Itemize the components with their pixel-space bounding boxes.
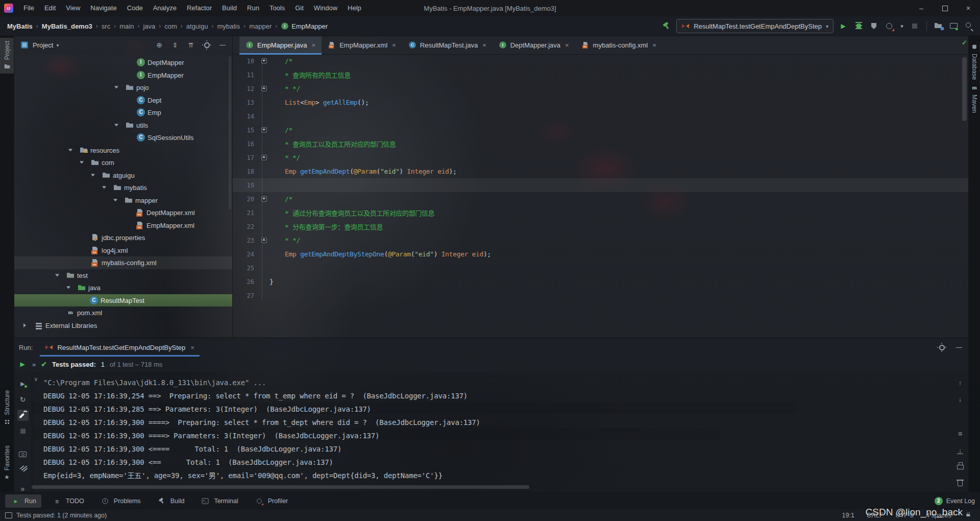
tab-resultmaptest.java[interactable]: ResultMapTest.java× [402, 36, 493, 54]
clear-console-icon[interactable] [954, 477, 966, 488]
tree-item-deptmapper.xml[interactable]: DeptMapper.xml [14, 206, 232, 219]
test-settings-icon[interactable] [17, 410, 29, 421]
scroll-to-end-icon[interactable] [954, 444, 966, 456]
fold-up-icon[interactable] [261, 86, 267, 91]
settings-icon[interactable] [201, 39, 212, 51]
breadcrumb-item[interactable]: mybatis [217, 22, 240, 30]
tree-item-external libraries[interactable]: External Libraries [14, 319, 232, 332]
tree-item-com[interactable]: com [14, 156, 232, 169]
breadcrumb-item[interactable]: EmpMapper [281, 22, 328, 30]
run-tab[interactable]: ResultMapTest.testGetEmpAndDeptByStep × [40, 338, 199, 357]
close-icon[interactable]: × [190, 344, 194, 351]
toolwindow-toggle-icon[interactable] [5, 512, 12, 518]
close-window-icon[interactable]: × [957, 0, 980, 16]
run-configuration-select[interactable]: ResultMapTest.testGetEmpAndDeptByStep ▾ [676, 19, 834, 33]
close-tab-icon[interactable]: × [652, 41, 656, 49]
toolwindow-button-problems[interactable]: Problems [94, 494, 146, 508]
breadcrumb-item[interactable]: main [119, 22, 134, 30]
menu-git[interactable]: Git [290, 0, 309, 16]
tree-item-jdbc.properties[interactable]: jdbc.properties [14, 231, 232, 244]
sidebar-item-maven[interactable]: Maven [969, 81, 980, 116]
breadcrumb-item[interactable]: MyBatis [7, 22, 33, 30]
menu-code[interactable]: Code [122, 0, 148, 16]
hide-icon[interactable] [217, 39, 228, 51]
tree-item-mapper[interactable]: mapper [14, 194, 232, 207]
expand-test-tree-icon[interactable]: » [32, 361, 36, 368]
breadcrumb-item[interactable]: java [143, 22, 155, 30]
search-everywhere-icon[interactable] [964, 20, 975, 32]
soft-wrap-icon[interactable] [954, 428, 966, 439]
chevron-down-icon[interactable] [102, 186, 106, 189]
toolwindow-button-profiler[interactable]: Profiler [249, 494, 293, 508]
console-output[interactable]: ∨ "C:\Program Files\Java\jdk1.8.0_131\bi… [32, 372, 969, 492]
breadcrumb-item[interactable]: mapper [249, 22, 272, 30]
chevron-down-icon[interactable] [114, 124, 118, 126]
menu-build[interactable]: Build [217, 0, 242, 16]
chevron-down-icon[interactable]: ▾ [56, 42, 59, 48]
tree-item-sqlsessionutils[interactable]: SqlSessionUtils [14, 131, 232, 144]
minimize-window-icon[interactable]: – [910, 0, 933, 16]
tree-item-mybatis[interactable]: mybatis [14, 181, 232, 194]
chevron-down-icon[interactable] [113, 199, 117, 201]
menu-window[interactable]: Window [309, 0, 342, 16]
tree-item-test[interactable]: test [14, 269, 232, 282]
close-tab-icon[interactable]: × [482, 41, 486, 49]
menu-edit[interactable]: Edit [39, 0, 61, 16]
close-tab-icon[interactable]: × [312, 41, 316, 49]
chevron-down-icon[interactable] [80, 161, 84, 164]
rerun-failed-tests-icon[interactable] [17, 378, 29, 389]
sidebar-item-structure[interactable]: Structure [0, 387, 14, 429]
collapse-all-icon[interactable] [185, 39, 197, 51]
profiler-button[interactable] [884, 20, 895, 32]
close-tab-icon[interactable]: × [565, 41, 569, 49]
tree-item-resultmaptest[interactable]: ResultMapTest [14, 294, 232, 307]
fold-console-icon[interactable]: ∨ [34, 376, 37, 383]
menu-view[interactable]: View [61, 0, 85, 16]
run-targets-icon[interactable] [948, 20, 960, 32]
tree-item-empmapper[interactable]: EmpMapper [14, 69, 232, 82]
sidebar-item-project[interactable]: Project [0, 38, 14, 74]
fold-up-icon[interactable] [261, 155, 267, 160]
build-hammer-icon[interactable] [661, 20, 672, 32]
toolwindow-button-todo[interactable]: TODO [46, 494, 89, 508]
toolwindow-button-terminal[interactable]: Terminal [194, 494, 243, 508]
caret-position[interactable]: 19:1 [842, 512, 854, 519]
breadcrumb-item[interactable]: MyBatis_demo3 [42, 22, 92, 30]
tree-item-pom.xml[interactable]: pom.xml [14, 306, 232, 319]
sidebar-item-database[interactable]: Database [969, 40, 980, 83]
toolwindow-button-run[interactable]: Run [5, 494, 41, 508]
expand-all-icon[interactable] [169, 39, 181, 51]
maximize-window-icon[interactable] [933, 0, 957, 16]
hide-panel-icon[interactable] [953, 342, 965, 353]
profiler-caret-icon[interactable] [899, 20, 905, 32]
chevron-down-icon[interactable] [66, 287, 70, 289]
tab-mybatis-config.xml[interactable]: mybatis-config.xml× [575, 36, 663, 54]
code-editor[interactable]: 10/*11* 查询所有的员工信息12* */13List<Emp> getAl… [232, 54, 969, 338]
inspections-ok-icon[interactable]: ✓ [962, 39, 967, 46]
menu-tools[interactable]: Tools [264, 0, 290, 16]
fold-down-icon[interactable] [261, 127, 267, 133]
tree-item-log4j.xml[interactable]: log4j.xml [14, 244, 232, 257]
chevron-right-icon[interactable] [23, 323, 26, 327]
chevron-down-icon[interactable] [91, 174, 95, 176]
event-log-button[interactable]: 2 Event Log [935, 497, 975, 505]
locate-file-icon[interactable] [154, 39, 165, 51]
chevron-down-icon[interactable] [55, 274, 59, 276]
tab-deptmapper.java[interactable]: DeptMapper.java× [493, 36, 575, 54]
tree-item-dept[interactable]: Dept [14, 94, 232, 107]
debug-button[interactable] [853, 20, 864, 32]
breadcrumb-item[interactable]: atguigu [186, 22, 208, 30]
menu-run[interactable]: Run [242, 0, 264, 16]
fold-down-icon[interactable] [261, 196, 267, 202]
rerun-icon[interactable] [18, 359, 27, 370]
tree-item-atguigu[interactable]: atguigu [14, 169, 232, 182]
tree-item-mybatis-config.xml[interactable]: mybatis-config.xml [14, 256, 232, 269]
tree-item-utils[interactable]: utils [14, 119, 232, 132]
tab-empmapper.java[interactable]: EmpMapper.java× [239, 36, 322, 54]
run-button[interactable] [838, 20, 849, 32]
console-horizontal-scrollbar[interactable] [32, 485, 529, 489]
stop-icon[interactable] [17, 425, 29, 437]
toggle-auto-test-icon[interactable] [17, 394, 29, 405]
lock-icon[interactable] [965, 511, 973, 519]
tree-item-pojo[interactable]: pojo [14, 81, 232, 94]
